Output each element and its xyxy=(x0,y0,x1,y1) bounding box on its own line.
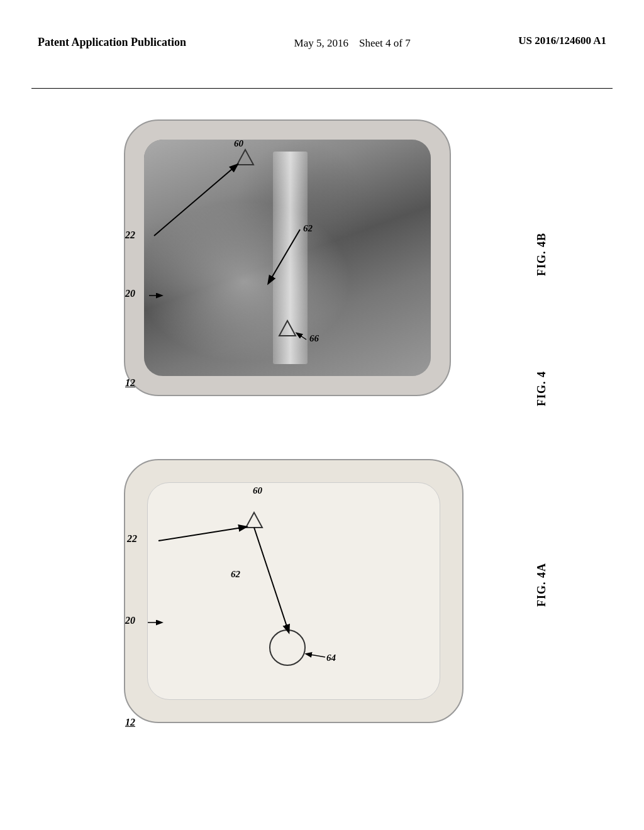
fig4a-label-12: 12 xyxy=(125,717,135,728)
fig4b-label-20: 20 xyxy=(125,288,135,299)
fig4b-label-62: 62 xyxy=(303,223,313,234)
fig4a-label-20: 20 xyxy=(125,615,135,626)
header-divider xyxy=(31,88,613,89)
fig4a-label-64: 64 xyxy=(326,653,336,663)
fig4a-device xyxy=(124,459,464,723)
publication-title: Patent Application Publication xyxy=(38,35,186,50)
fig4a-label-62: 62 xyxy=(231,569,240,580)
fig4a-label-60: 60 xyxy=(253,485,262,496)
fig4-label: FIG. 4 xyxy=(535,371,548,406)
fig4a-label: FIG. 4A xyxy=(535,563,548,607)
header-sheet: Sheet 4 of 7 xyxy=(359,37,411,49)
fig4b-label-12: 12 xyxy=(125,377,135,389)
fig4b-label-22: 22 xyxy=(125,230,135,241)
fig4a-label-22: 22 xyxy=(127,533,137,545)
page-header: Patent Application Publication May 5, 20… xyxy=(0,35,644,52)
patent-number: US 2016/124600 A1 xyxy=(518,35,606,47)
fig4b-label-60: 60 xyxy=(234,138,243,149)
fig4b-image xyxy=(144,140,431,376)
fig4b-device xyxy=(124,119,451,396)
fig4a-inner xyxy=(147,482,440,700)
header-date-sheet: May 5, 2016 Sheet 4 of 7 xyxy=(294,35,411,52)
figures-area: 22 60 62 66 20 12 FIG. 4B FIG. 4 xyxy=(0,101,644,817)
fig4b-container: 22 60 62 66 20 12 FIG. 4B FIG. 4 xyxy=(86,107,558,421)
fig4b-label-66: 66 xyxy=(309,333,319,344)
fig4a-container: 22 60 62 64 20 12 FIG. 4A xyxy=(86,440,558,748)
header-date: May 5, 2016 xyxy=(294,37,348,49)
fig4b-label: FIG. 4B xyxy=(535,233,548,276)
